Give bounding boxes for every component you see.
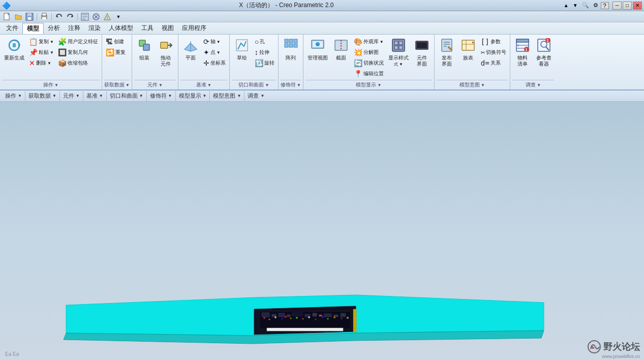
save-button[interactable] (24, 12, 35, 21)
svg-point-79 (274, 316, 277, 318)
point-button[interactable]: ✦ 点 ▼ (202, 47, 227, 57)
modeldisplay-group-label[interactable]: 模型显示 ▼ (305, 80, 432, 88)
svg-point-91 (347, 317, 349, 319)
help-icon[interactable]: ? (601, 2, 609, 9)
sub-getdata[interactable]: 获取数据 ▼ (25, 91, 60, 101)
ribbon-group-operations-content: 重新生成 📋 复制 ▼ 📌 粘贴 ▼ ✕ 删除 ▼ (2, 36, 100, 80)
manage-view-button[interactable]: 管理视图 (305, 37, 330, 63)
separator (37, 13, 37, 20)
parameters-button[interactable]: [] 参数 (479, 37, 508, 47)
svg-rect-29 (285, 44, 288, 47)
drag-component-button[interactable]: 拖动元件 (156, 37, 176, 69)
menu-rendering[interactable]: 渲染 (84, 23, 105, 34)
copy-button[interactable]: 📋 复制 ▼ (27, 37, 55, 47)
create-button[interactable]: 🏗 创建 (104, 37, 127, 47)
modelintent-group-label[interactable]: 模型意图 ▼ (437, 80, 508, 88)
publish-geom-button[interactable]: 发布界面 (437, 37, 457, 69)
sub-modeldisplay[interactable]: 模型显示 ▼ (176, 91, 210, 101)
ribbon-group-cutsurf-content: 草绘 ○ 孔 ↕ 拉伸 🔃 旋转 (232, 36, 276, 80)
coord-button[interactable]: ✛ 坐标系 (202, 58, 227, 68)
display-style-button[interactable]: 显示样式式 ▼ (386, 37, 411, 69)
sub-cutsurf[interactable]: 切口和曲面 ▼ (107, 91, 147, 101)
cutsurf-group-label[interactable]: 切口和曲面 ▼ (232, 80, 276, 88)
sub-modelintent[interactable]: 模型意图 ▼ (210, 91, 244, 101)
copy-geo-label: 复制几何 (68, 49, 88, 56)
modifier-group-label[interactable]: 修饰符 ▼ (281, 80, 301, 88)
copy-geo-button[interactable]: 🔲 复制几何 (56, 47, 100, 57)
shrink-wrap-button[interactable]: 📦 收缩包络 (56, 58, 100, 68)
sub-modifier[interactable]: 修饰符 ▼ (147, 91, 176, 101)
appearance-button[interactable]: 🎨 外观库 ▼ (352, 37, 385, 47)
open-button[interactable] (13, 12, 23, 21)
components-group-label[interactable]: 元件 ▼ (134, 80, 176, 88)
menu-humanmodel[interactable]: 人体模型 (105, 23, 137, 34)
paste-button[interactable]: 📌 粘贴 ▼ (27, 47, 55, 57)
sketch-button[interactable]: 草绘 (232, 37, 252, 63)
menu-apps[interactable]: 应用程序 (178, 23, 210, 34)
sub-investigation[interactable]: 调查 ▼ (244, 91, 267, 101)
switch-symbol-label: 切换符号 (486, 49, 506, 56)
menu-view[interactable]: 视图 (158, 23, 178, 34)
minimize-button[interactable]: ─ (612, 2, 622, 10)
menu-analysis[interactable]: 分析 (44, 23, 64, 34)
print-button[interactable] (39, 12, 49, 21)
assemble-button[interactable]: 组装 (134, 37, 155, 63)
getdata-group-label[interactable]: 获取数据 ▼ (104, 80, 130, 88)
switch-state-button[interactable]: 🔄 切换状况 (352, 58, 385, 68)
sub-datum[interactable]: 基准 ▼ (83, 91, 107, 101)
section-button[interactable]: 截面 (331, 37, 351, 63)
relations-button[interactable]: d= 关系 (479, 58, 508, 68)
svg-rect-19 (13, 43, 16, 47)
undo-button[interactable] (54, 12, 64, 21)
menu-tools[interactable]: 工具 (137, 23, 158, 34)
toolbar2-button[interactable] (91, 12, 101, 21)
repeat-button[interactable]: 🔁 重复 (104, 47, 127, 57)
toolbar3-button[interactable] (102, 12, 112, 21)
canvas-area[interactable]: Ea Ea 野火论坛 www.prowildfire.cn (0, 102, 644, 360)
axis-button[interactable]: ⟳ 轴 ▼ (202, 37, 227, 47)
user-feature-button[interactable]: 🧩 用户定义特征 (56, 37, 100, 47)
toolbar1-button[interactable] (80, 12, 90, 21)
menu-notes[interactable]: 注释 (64, 23, 84, 34)
investigation-dropdown-icon: ▼ (537, 83, 541, 87)
search-icon[interactable]: 🔍 (580, 2, 591, 9)
logo-watermark: 野火论坛 www.prowildfire.cn (587, 340, 640, 359)
sub-operations[interactable]: 操作 ▼ (2, 91, 25, 101)
extrude-button[interactable]: ↕ 拉伸 (253, 47, 276, 57)
family-table-button[interactable]: 族表 (458, 37, 478, 63)
delete-button[interactable]: ✕ 删除 ▼ (27, 58, 55, 68)
sub-cutsurf-arrow-icon: ▼ (139, 94, 143, 98)
pattern-button[interactable]: 阵列 (281, 37, 301, 63)
bom-button[interactable]: 1 1 物料清单 (512, 37, 533, 69)
datum-group-label[interactable]: 基准 ▼ (180, 80, 227, 88)
svg-rect-21 (143, 44, 149, 50)
model-viewport (0, 102, 644, 360)
more-button[interactable]: ▼ (113, 12, 124, 21)
relations-label: 关系 (490, 59, 501, 67)
nav-up-icon[interactable]: ▲ (562, 3, 570, 8)
explode-button[interactable]: 💥 分解图 (352, 47, 385, 57)
operations-group-label[interactable]: 操作 ▼ (2, 80, 100, 88)
component-boundary-button[interactable]: 元件界面 (412, 37, 432, 69)
regenerate-button[interactable]: 重新生成 (2, 37, 26, 63)
sub-components[interactable]: 元件 ▼ (60, 91, 83, 101)
menu-file[interactable]: 文件 (2, 23, 22, 34)
revolve-button[interactable]: 🔃 旋转 (253, 58, 276, 68)
family-table-label: 族表 (463, 55, 473, 61)
publish-geom-label: 发布界面 (442, 55, 452, 67)
maximize-button[interactable]: □ (623, 2, 632, 10)
investigation-group-label[interactable]: 调查 ▼ (512, 80, 554, 88)
hole-button[interactable]: ○ 孔 (253, 37, 276, 47)
plane-button[interactable]: 平面 (180, 37, 201, 63)
settings-icon[interactable]: ⚙ (592, 2, 600, 9)
sub-modelintent-arrow-icon: ▼ (237, 94, 241, 98)
edit-position-button[interactable]: 📍 编辑位置 (352, 69, 385, 79)
new-button[interactable] (2, 12, 12, 21)
watermark-text: Ea Ea (5, 351, 19, 357)
redo-button[interactable] (65, 12, 75, 21)
switch-symbol-button[interactable]: ✂ 切换符号 (479, 47, 508, 57)
close-button[interactable]: ✕ (633, 2, 642, 10)
menu-model[interactable]: 模型 (22, 23, 44, 34)
nav-down-icon[interactable]: ▼ (571, 3, 579, 8)
ref-viewer-button[interactable]: 1 参考查看器 (534, 37, 554, 69)
